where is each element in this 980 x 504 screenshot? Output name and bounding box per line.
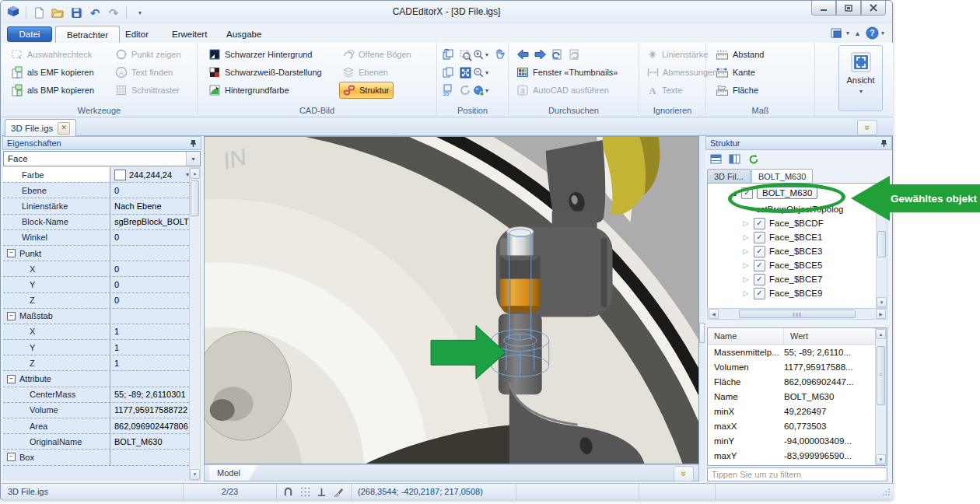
- zoom-in-icon[interactable]: ▾: [473, 47, 488, 62]
- expander-closed-icon[interactable]: ▷: [742, 219, 750, 227]
- property-row[interactable]: Area862,096902447806: [3, 418, 189, 434]
- layout-rows-icon[interactable]: [708, 152, 724, 167]
- checkbox-checked[interactable]: ✓: [754, 218, 765, 229]
- schwarzer-hintergrund-button[interactable]: Schwarzer Hintergrund: [205, 47, 316, 62]
- render-mode-icon[interactable]: ▾: [473, 82, 488, 98]
- filter-input[interactable]: [708, 468, 887, 481]
- checkbox-checked[interactable]: ✓: [754, 288, 765, 299]
- kante-button[interactable]: Kante: [712, 65, 758, 80]
- structure-tab-file[interactable]: 3D Fil...: [707, 169, 751, 184]
- page-back-icon[interactable]: [549, 47, 565, 62]
- rotate-view-icon[interactable]: [440, 47, 456, 62]
- schwarzweiss-button[interactable]: Schwarzweiß-Darstellung: [205, 65, 325, 80]
- tree-node[interactable]: cstBrepObjectTopolog: [708, 202, 887, 216]
- scrollbar-thumb[interactable]: ⦀⦀⦀: [739, 310, 856, 318]
- scroll-down-icon[interactable]: ▼: [876, 454, 886, 464]
- grid-snap-icon[interactable]: [300, 487, 310, 497]
- pin-icon[interactable]: [190, 139, 197, 148]
- hintergrundfarbe-button[interactable]: Hintergrundfarbe: [205, 82, 292, 98]
- checkbox-checked[interactable]: ✓: [741, 187, 753, 199]
- scroll-left-icon[interactable]: ◀: [709, 309, 719, 319]
- property-group-row[interactable]: −Punkt: [3, 246, 189, 261]
- table-row[interactable]: minX49,226497: [708, 404, 887, 418]
- tree-node[interactable]: ▷✓Face_$BCE9: [708, 286, 887, 300]
- paint-icon[interactable]: [334, 487, 345, 497]
- panel-splitter[interactable]: [699, 136, 705, 481]
- model-tab[interactable]: Model: [209, 465, 257, 481]
- property-group-row[interactable]: −Box: [3, 450, 189, 465]
- property-row[interactable]: CenterMass55; -89; 2,6110301: [3, 387, 189, 403]
- scroll-right-icon[interactable]: ▶: [876, 309, 886, 319]
- splitter-knob[interactable]: [699, 323, 705, 343]
- column-name[interactable]: Name: [708, 328, 784, 344]
- property-row[interactable]: Volume1177,95917588722: [3, 403, 189, 418]
- table-row[interactable]: NameBOLT_M630: [708, 389, 887, 404]
- property-row[interactable]: LinienstärkeNach Ebene: [3, 198, 189, 214]
- entity-type-combobox[interactable]: Face ▾: [3, 151, 201, 166]
- expander-closed-icon[interactable]: ▷: [742, 233, 750, 241]
- tab-ausgabe[interactable]: Ausgabe: [215, 26, 272, 43]
- scroll-down-icon[interactable]: ▼: [877, 297, 887, 307]
- tree-node[interactable]: ▷✓Face_$BCE1: [708, 230, 887, 244]
- tree-vscrollbar[interactable]: ▲ ▼: [876, 184, 887, 308]
- tab-erweitert[interactable]: Erweitert: [161, 26, 218, 43]
- close-document-icon[interactable]: ✕: [58, 122, 70, 135]
- table-row[interactable]: maxY-83,999996590...: [708, 448, 887, 463]
- property-row[interactable]: Z0: [3, 293, 189, 309]
- expander-open-icon[interactable]: ◢: [730, 189, 737, 197]
- pin-icon[interactable]: [880, 139, 887, 148]
- layout-columns-icon[interactable]: [726, 152, 743, 167]
- expander-closed-icon[interactable]: ▷: [742, 261, 750, 269]
- docbar-chevron-button[interactable]: »: [857, 120, 877, 135]
- resize-grip[interactable]: [716, 484, 893, 499]
- collapse-group-icon[interactable]: −: [7, 453, 16, 461]
- nav-forward-icon[interactable]: [532, 47, 548, 62]
- tree-node[interactable]: ▷✓Face_$BCE3: [708, 244, 887, 258]
- scroll-up-icon[interactable]: ▲: [190, 168, 200, 179]
- property-row[interactable]: X1: [3, 324, 189, 340]
- restore-button[interactable]: [836, 1, 861, 16]
- tree-hscrollbar[interactable]: ◀ ⦀⦀⦀ ▶: [707, 308, 887, 320]
- copy-view-icon[interactable]: [440, 65, 456, 80]
- flaeche-button[interactable]: Fläche: [712, 82, 761, 98]
- copy-as-emf-button[interactable]: als EMF kopieren: [8, 65, 97, 80]
- collapse-group-icon[interactable]: −: [7, 249, 16, 257]
- scroll-up-icon[interactable]: ▲: [876, 329, 886, 339]
- checkbox-checked[interactable]: ✓: [754, 246, 765, 257]
- property-row[interactable]: OriginalNameBOLT_M630: [3, 434, 189, 450]
- property-group-row[interactable]: −Attribute: [3, 371, 189, 387]
- checkbox-checked[interactable]: ✓: [754, 274, 765, 285]
- fenster-thumbnails-button[interactable]: Fenster «Thumbnails»: [513, 65, 621, 80]
- property-row[interactable]: Z1: [3, 355, 189, 371]
- table-row[interactable]: Fläche862,096902447...: [708, 374, 887, 389]
- tree-node[interactable]: ▷✓Face_$BCE7: [708, 272, 887, 286]
- combobox-arrow-icon[interactable]: ▾: [186, 152, 200, 166]
- property-row[interactable]: Y0: [3, 277, 189, 292]
- ansicht-button[interactable]: Ansicht ▾: [838, 45, 883, 111]
- help-icon[interactable]: ? ▾: [866, 26, 884, 40]
- expander-closed-icon[interactable]: ▷: [742, 247, 750, 255]
- scrollbar-thumb[interactable]: ≡: [877, 346, 885, 405]
- property-group-row[interactable]: −Maßstab: [3, 309, 189, 324]
- refresh-icon[interactable]: [745, 152, 761, 167]
- window-switch-icon[interactable]: ▾: [830, 27, 849, 40]
- table-row[interactable]: minY-94,000003409...: [708, 433, 887, 448]
- modelbar-chevron-button[interactable]: »: [674, 466, 694, 481]
- copy-as-bmp-button[interactable]: als BMP kopieren: [8, 82, 97, 98]
- property-row[interactable]: Farbe 244,244,24 ▾: [3, 167, 189, 183]
- property-row[interactable]: Ebene0: [3, 183, 189, 198]
- structure-tab-bolt[interactable]: BOLT_M630: [751, 169, 814, 184]
- checkbox-checked[interactable]: ✓: [754, 260, 765, 271]
- document-tab[interactable]: 3D File.igs ✕: [5, 119, 76, 136]
- scroll-down-icon[interactable]: ▼: [190, 469, 200, 480]
- table-row[interactable]: Volumen1177,95917588...: [708, 359, 887, 374]
- property-row[interactable]: X0: [3, 261, 189, 277]
- properties-scrollbar[interactable]: ▲ ▼: [189, 167, 201, 481]
- ortho-icon[interactable]: [317, 487, 327, 497]
- expander-closed-icon[interactable]: ▷: [742, 275, 750, 283]
- expander-closed-icon[interactable]: ▷: [742, 289, 750, 297]
- details-vscrollbar[interactable]: ▲ ≡ ▼: [875, 328, 887, 465]
- minimize-button[interactable]: [811, 1, 836, 16]
- zoom-window-icon[interactable]: [457, 47, 473, 62]
- tab-betrachter[interactable]: Betrachter: [55, 26, 120, 43]
